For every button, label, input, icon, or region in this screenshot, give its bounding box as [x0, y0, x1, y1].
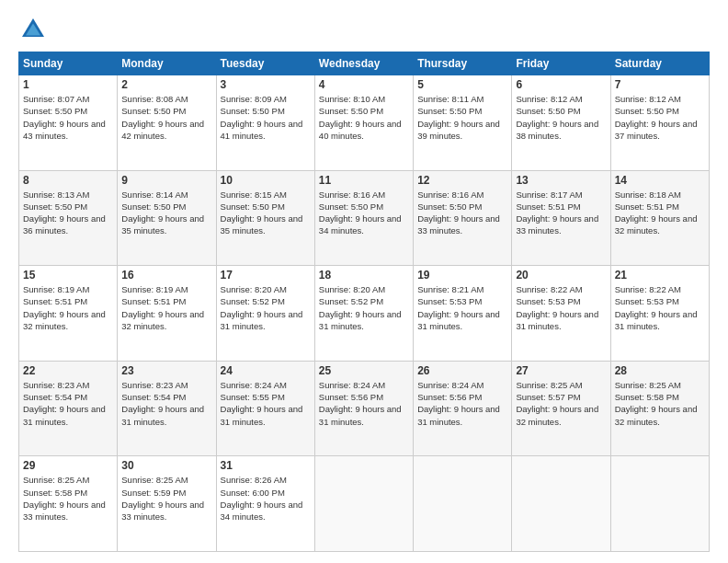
- sunrise-label: Sunrise: 8:07 AM: [23, 94, 89, 104]
- calendar-body: 1 Sunrise: 8:07 AM Sunset: 5:50 PM Dayli…: [19, 75, 710, 552]
- day-info: Sunrise: 8:18 AM Sunset: 5:51 PM Dayligh…: [615, 189, 705, 237]
- sunset-label: Sunset: 5:52 PM: [221, 296, 285, 306]
- day-info: Sunrise: 8:09 AM Sunset: 5:50 PM Dayligh…: [221, 93, 311, 142]
- day-cell: 28 Sunrise: 8:25 AM Sunset: 5:58 PM Dayl…: [610, 361, 709, 456]
- sunrise-label: Sunrise: 8:12 AM: [516, 94, 582, 104]
- sunset-label: Sunset: 5:58 PM: [23, 488, 87, 498]
- day-info: Sunrise: 8:19 AM Sunset: 5:51 PM Dayligh…: [121, 283, 211, 332]
- sunset-label: Sunset: 5:53 PM: [417, 296, 482, 306]
- sunrise-label: Sunrise: 8:20 AM: [221, 284, 287, 294]
- daylight-label: Daylight: 9 hours and 31 minutes.: [221, 309, 303, 331]
- day-info: Sunrise: 8:22 AM Sunset: 5:53 PM Dayligh…: [516, 283, 606, 332]
- day-cell: 3 Sunrise: 8:09 AM Sunset: 5:50 PM Dayli…: [216, 75, 314, 171]
- day-cell: 1 Sunrise: 8:07 AM Sunset: 5:50 PM Dayli…: [19, 75, 118, 171]
- week-row-2: 8 Sunrise: 8:13 AM Sunset: 5:50 PM Dayli…: [19, 170, 710, 266]
- sunset-label: Sunset: 5:50 PM: [121, 106, 186, 116]
- weekday-header-sunday: Sunday: [19, 52, 118, 75]
- sunset-label: Sunset: 5:57 PM: [516, 392, 580, 402]
- day-number: 26: [417, 364, 507, 377]
- sunrise-label: Sunrise: 8:24 AM: [417, 380, 483, 390]
- logo: [18, 15, 51, 44]
- daylight-label: Daylight: 9 hours and 32 minutes.: [516, 404, 598, 426]
- daylight-label: Daylight: 9 hours and 32 minutes.: [615, 213, 698, 236]
- daylight-label: Daylight: 9 hours and 31 minutes.: [516, 309, 598, 331]
- daylight-label: Daylight: 9 hours and 41 minutes.: [221, 119, 303, 141]
- sunset-label: Sunset: 5:50 PM: [417, 106, 482, 116]
- day-cell: 6 Sunrise: 8:12 AM Sunset: 5:50 PM Dayli…: [512, 75, 610, 171]
- day-number: 15: [23, 269, 113, 282]
- sunrise-label: Sunrise: 8:24 AM: [221, 380, 287, 390]
- sunrise-label: Sunrise: 8:12 AM: [615, 94, 681, 104]
- day-number: 6: [516, 78, 606, 91]
- day-number: 1: [23, 78, 113, 91]
- daylight-label: Daylight: 9 hours and 34 minutes.: [319, 213, 402, 236]
- day-info: Sunrise: 8:11 AM Sunset: 5:50 PM Dayligh…: [417, 93, 507, 142]
- day-number: 10: [221, 174, 311, 187]
- weekday-header-tuesday: Tuesday: [216, 52, 314, 75]
- daylight-label: Daylight: 9 hours and 34 minutes.: [221, 500, 303, 522]
- sunset-label: Sunset: 5:51 PM: [516, 201, 580, 212]
- sunset-label: Sunset: 5:54 PM: [121, 392, 186, 402]
- daylight-label: Daylight: 9 hours and 31 minutes.: [417, 309, 500, 331]
- sunrise-label: Sunrise: 8:24 AM: [319, 380, 385, 390]
- day-info: Sunrise: 8:26 AM Sunset: 6:00 PM Dayligh…: [221, 474, 311, 523]
- daylight-label: Daylight: 9 hours and 33 minutes.: [516, 213, 598, 236]
- day-cell: 20 Sunrise: 8:22 AM Sunset: 5:53 PM Dayl…: [512, 266, 610, 362]
- day-cell: 24 Sunrise: 8:24 AM Sunset: 5:55 PM Dayl…: [216, 361, 314, 456]
- day-cell: [512, 456, 610, 552]
- sunrise-label: Sunrise: 8:22 AM: [615, 284, 681, 294]
- day-number: 27: [516, 364, 606, 377]
- day-info: Sunrise: 8:14 AM Sunset: 5:50 PM Dayligh…: [121, 189, 211, 237]
- sunset-label: Sunset: 5:51 PM: [121, 296, 186, 306]
- day-info: Sunrise: 8:17 AM Sunset: 5:51 PM Dayligh…: [516, 189, 606, 237]
- week-row-1: 1 Sunrise: 8:07 AM Sunset: 5:50 PM Dayli…: [19, 75, 710, 171]
- daylight-label: Daylight: 9 hours and 31 minutes.: [615, 309, 698, 331]
- sunrise-label: Sunrise: 8:22 AM: [516, 284, 582, 294]
- sunrise-label: Sunrise: 8:19 AM: [23, 284, 89, 294]
- day-info: Sunrise: 8:22 AM Sunset: 5:53 PM Dayligh…: [615, 283, 705, 332]
- daylight-label: Daylight: 9 hours and 33 minutes.: [417, 213, 500, 236]
- day-info: Sunrise: 8:15 AM Sunset: 5:50 PM Dayligh…: [221, 189, 311, 237]
- sunrise-label: Sunrise: 8:16 AM: [417, 190, 483, 200]
- day-number: 25: [319, 364, 409, 377]
- sunset-label: Sunset: 5:50 PM: [319, 201, 383, 212]
- daylight-label: Daylight: 9 hours and 31 minutes.: [319, 309, 402, 331]
- daylight-label: Daylight: 9 hours and 31 minutes.: [417, 404, 500, 426]
- day-info: Sunrise: 8:23 AM Sunset: 5:54 PM Dayligh…: [121, 379, 211, 428]
- sunrise-label: Sunrise: 8:20 AM: [319, 284, 385, 294]
- day-number: 23: [121, 364, 211, 377]
- sunset-label: Sunset: 5:51 PM: [615, 201, 679, 212]
- sunset-label: Sunset: 5:50 PM: [221, 106, 285, 116]
- day-cell: 9 Sunrise: 8:14 AM Sunset: 5:50 PM Dayli…: [118, 170, 216, 266]
- day-number: 16: [121, 269, 211, 282]
- daylight-label: Daylight: 9 hours and 39 minutes.: [417, 119, 500, 141]
- day-number: 21: [615, 269, 705, 282]
- sunrise-label: Sunrise: 8:19 AM: [121, 284, 188, 294]
- weekday-header-saturday: Saturday: [610, 52, 709, 75]
- sunset-label: Sunset: 5:50 PM: [417, 201, 482, 212]
- week-row-3: 15 Sunrise: 8:19 AM Sunset: 5:51 PM Dayl…: [19, 266, 710, 362]
- day-number: 5: [417, 78, 507, 91]
- sunrise-label: Sunrise: 8:23 AM: [121, 380, 188, 390]
- sunset-label: Sunset: 5:50 PM: [516, 106, 580, 116]
- day-cell: 12 Sunrise: 8:16 AM Sunset: 5:50 PM Dayl…: [414, 170, 512, 266]
- day-cell: 18 Sunrise: 8:20 AM Sunset: 5:52 PM Dayl…: [314, 266, 413, 362]
- day-cell: 7 Sunrise: 8:12 AM Sunset: 5:50 PM Dayli…: [610, 75, 709, 171]
- day-number: 29: [23, 459, 113, 472]
- day-number: 7: [615, 78, 705, 91]
- day-info: Sunrise: 8:20 AM Sunset: 5:52 PM Dayligh…: [221, 283, 311, 332]
- calendar-table: SundayMondayTuesdayWednesdayThursdayFrid…: [18, 52, 710, 552]
- day-number: 9: [121, 174, 211, 187]
- sunrise-label: Sunrise: 8:25 AM: [121, 475, 188, 485]
- day-number: 12: [417, 174, 507, 187]
- day-number: 31: [221, 459, 311, 472]
- day-number: 19: [417, 269, 507, 282]
- sunset-label: Sunset: 6:00 PM: [221, 488, 285, 498]
- day-number: 30: [121, 459, 211, 472]
- day-number: 8: [23, 174, 113, 187]
- sunrise-label: Sunrise: 8:25 AM: [615, 380, 681, 390]
- sunrise-label: Sunrise: 8:13 AM: [23, 190, 89, 200]
- day-cell: 15 Sunrise: 8:19 AM Sunset: 5:51 PM Dayl…: [19, 266, 118, 362]
- daylight-label: Daylight: 9 hours and 32 minutes.: [121, 309, 204, 331]
- day-cell: 5 Sunrise: 8:11 AM Sunset: 5:50 PM Dayli…: [414, 75, 512, 171]
